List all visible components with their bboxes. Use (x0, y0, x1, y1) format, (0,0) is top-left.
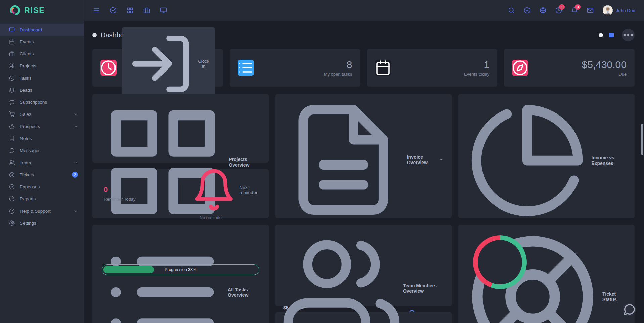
compass-icon (512, 60, 528, 76)
monitor-icon (9, 27, 15, 33)
card-title: Ticket Status (602, 291, 627, 302)
anchor-icon (9, 124, 15, 129)
sidebar-item-label: Leads (20, 88, 78, 93)
sidebar-item[interactable]: Team (0, 156, 84, 169)
navbar-right: 1 3 (508, 5, 635, 15)
projects-overview-card: Projects Overview 5 Open 0 (92, 94, 269, 163)
plus-circle-icon (524, 7, 531, 14)
events-today-label: Events today (464, 72, 489, 77)
sidebar-item[interactable]: Messages (0, 144, 84, 156)
row-2: Projects Overview 5 Open 0 (92, 94, 635, 218)
income-expenses-card: Income vs Expenses This Year (458, 94, 635, 218)
calendar-icon (375, 60, 391, 76)
navbar-icon[interactable]: 1 (555, 7, 562, 14)
sidebar-item[interactable]: Prospects (0, 120, 84, 132)
sidebar-item-label: Events (20, 39, 78, 44)
sidebar-item[interactable]: Help & Support (0, 205, 84, 217)
sidebar-item[interactable]: Reports (0, 193, 84, 205)
chevron-down-icon (74, 160, 78, 165)
sidebar-item-label: Prospects (20, 124, 68, 129)
chevron-down-icon (74, 124, 78, 129)
grid-icon[interactable] (127, 7, 133, 14)
scrollbar-thumb[interactable] (641, 124, 643, 155)
sidebar-item[interactable]: Projects (0, 60, 84, 72)
navbar-icon[interactable] (524, 7, 531, 14)
navbar-icon[interactable] (587, 7, 594, 14)
sidebar: RISE Dashboard Events (0, 0, 84, 323)
clock-in-button[interactable]: Clock In (122, 27, 215, 101)
invoice-overview-card: Invoice Overview Overdue 3 $5,430.00 (275, 94, 452, 218)
card-title: Projects Overview (229, 157, 261, 168)
events-today-card: 1 Events today (367, 49, 498, 87)
check-circle-icon[interactable] (110, 7, 117, 14)
page-content: Dashboard Clock In You are cu (84, 21, 644, 323)
clock-icon (100, 60, 117, 76)
due-label: Due (582, 72, 627, 77)
sidebar-nav: Dashboard Events Clients (0, 21, 84, 229)
due-value: $5,430.00 (582, 59, 627, 71)
user-menu[interactable]: John Doe (603, 5, 635, 15)
events-today-value: 1 (464, 59, 489, 71)
navbar-icon[interactable] (508, 7, 515, 14)
briefcase-icon (9, 51, 15, 57)
page-more-button[interactable] (622, 29, 635, 41)
sidebar-item-label: Dashboard (20, 27, 78, 32)
command-icon (9, 63, 15, 69)
sidebar-item[interactable]: Dashboard (0, 24, 84, 36)
card-more-button[interactable] (439, 157, 444, 163)
sidebar-item-badge: 2 (72, 172, 78, 178)
sidebar-item[interactable]: Events (0, 36, 84, 48)
sidebar-item[interactable]: Sales (0, 108, 84, 120)
pie-chart-icon (9, 196, 15, 202)
sidebar-item-label: Subscriptions (20, 100, 78, 105)
next-reminder-text: No reminder (200, 215, 259, 220)
check-circle-icon (9, 75, 15, 81)
users-icon (283, 318, 444, 323)
card-title: Income vs Expenses (591, 155, 627, 166)
due-card: $5,430.00 Due (504, 49, 635, 87)
chevron-down-icon (74, 112, 78, 117)
settings-icon (9, 220, 15, 226)
main-column: 1 3 (84, 0, 644, 323)
sidebar-item[interactable]: Tasks (0, 72, 84, 84)
sidebar-item[interactable]: Settings (0, 217, 84, 229)
sidebar-item[interactable]: Leads (0, 84, 84, 96)
sidebar-item-label: Team (20, 160, 68, 165)
theme-square-blue[interactable] (609, 33, 614, 37)
chat-button[interactable] (623, 303, 636, 316)
sidebar-item-label: Projects (20, 63, 78, 68)
sidebar-item[interactable]: Notes (0, 132, 84, 144)
avatar (603, 5, 613, 15)
monitor-icon[interactable] (160, 7, 167, 14)
sidebar-item[interactable]: Subscriptions (0, 96, 84, 108)
rise-logo-icon (9, 5, 21, 16)
users-icon (9, 160, 15, 166)
theme-dot-light[interactable] (599, 33, 603, 37)
sidebar-item-label: Help & Support (20, 209, 68, 214)
calendar-icon (9, 39, 15, 45)
sidebar-item-label: Tasks (20, 76, 78, 81)
next-reminder-title: Next reminder (239, 185, 259, 195)
sidebar-item-label: Settings (20, 221, 78, 226)
sidebar-item-label: Tickets (20, 172, 67, 177)
sidebar-item[interactable]: Tickets 2 (0, 169, 84, 181)
sidebar-item-label: Sales (20, 112, 68, 117)
menu-icon[interactable] (93, 7, 100, 14)
col-projects: Projects Overview 5 Open 0 (92, 94, 269, 218)
user-name: John Doe (616, 8, 635, 13)
sidebar-item[interactable]: Expenses (0, 181, 84, 193)
briefcase-icon[interactable] (143, 7, 150, 14)
open-tasks-value: 8 (324, 59, 352, 71)
help-circle-icon (9, 208, 15, 214)
arrow-right-circle-icon (9, 184, 15, 190)
navbar-right-icons: 1 3 (508, 7, 594, 14)
navbar-icon[interactable] (540, 7, 546, 14)
progression-bar: Progression 33% (102, 264, 259, 275)
search-icon (508, 7, 515, 14)
brand-logo[interactable]: RISE (0, 0, 84, 21)
sidebar-item-label: Clients (20, 51, 78, 56)
navbar-icon[interactable]: 3 (571, 7, 578, 14)
more-horizontal-icon (622, 29, 635, 41)
sidebar-item[interactable]: Clients (0, 48, 84, 60)
pie-chart-icon (466, 100, 588, 221)
